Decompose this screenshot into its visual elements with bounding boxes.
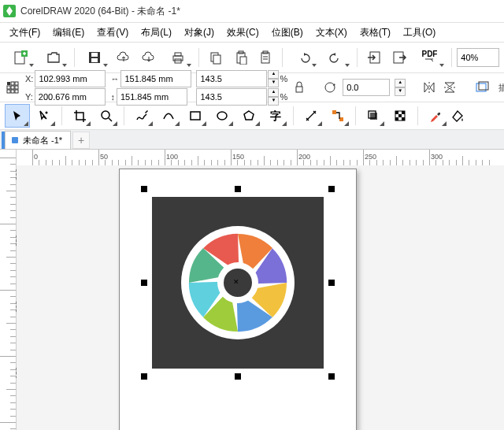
handle-tm[interactable]: [235, 186, 241, 192]
document-tabbar: 未命名 -1* +: [0, 130, 504, 150]
svg-rect-4: [91, 53, 98, 57]
publish-pdf-button[interactable]: PDF: [413, 46, 447, 69]
handle-bm[interactable]: [235, 373, 241, 380]
width-icon: ↔: [110, 74, 119, 83]
coreldraw-app-icon: [3, 5, 16, 17]
handle-br[interactable]: [328, 373, 335, 380]
save-button[interactable]: [80, 46, 111, 69]
menu-effect[interactable]: 效果(C): [220, 24, 265, 42]
object-x-input[interactable]: [35, 70, 106, 87]
svg-point-32: [102, 111, 109, 119]
svg-rect-45: [402, 117, 405, 120]
print-button[interactable]: [162, 46, 194, 69]
mirror-horizontal-button[interactable]: [421, 76, 437, 99]
object-origin-button[interactable]: [5, 76, 20, 99]
polygon-tool[interactable]: [236, 104, 261, 128]
pick-tool[interactable]: [5, 104, 30, 128]
handle-tr[interactable]: [328, 186, 335, 192]
bitmap-crop-button[interactable]: [473, 76, 491, 99]
selection-bounds[interactable]: ✕: [144, 189, 332, 376]
selection-center-marker[interactable]: ✕: [233, 278, 239, 286]
connector-tool[interactable]: [325, 104, 350, 128]
menu-table[interactable]: 表格(T): [354, 24, 397, 42]
drop-shadow-tool[interactable]: [361, 104, 386, 128]
freehand-tool[interactable]: [129, 104, 154, 128]
position-fields: X: Y:: [25, 70, 106, 106]
zoom-tool[interactable]: [94, 104, 119, 128]
lock-ratio-button[interactable]: [292, 76, 306, 99]
new-document-button[interactable]: [5, 46, 36, 69]
handle-bl[interactable]: [141, 373, 147, 380]
handle-ml[interactable]: [141, 280, 147, 286]
parallel-dimension-tool[interactable]: [298, 104, 324, 128]
scale-y-spinner[interactable]: ▲▼: [268, 88, 279, 106]
paste-button[interactable]: [229, 46, 253, 69]
copy-button[interactable]: [204, 46, 228, 69]
zoom-level-input[interactable]: 40%: [457, 48, 499, 67]
pct-label-2: %: [280, 92, 287, 102]
text-tool[interactable]: 字: [263, 104, 288, 128]
menu-layout[interactable]: 布局(L): [135, 24, 178, 42]
cloud-upload-button[interactable]: [112, 46, 135, 69]
svg-rect-19: [11, 82, 14, 85]
object-height-input[interactable]: [117, 88, 187, 106]
pct-label-1: %: [280, 74, 287, 83]
undo-button[interactable]: [287, 46, 319, 69]
flyout-icon: [24, 121, 28, 126]
menu-file[interactable]: 文件(F): [3, 24, 46, 42]
mirror-vertical-button[interactable]: [442, 76, 458, 99]
menu-text[interactable]: 文本(X): [309, 24, 354, 42]
x-label: X:: [25, 74, 33, 83]
svg-rect-21: [7, 86, 10, 89]
height-icon: ↕: [110, 92, 115, 102]
scale-y-input[interactable]: [196, 88, 267, 106]
object-width-input[interactable]: [120, 70, 191, 87]
artistic-media-tool[interactable]: [156, 104, 181, 128]
menu-view[interactable]: 查看(V): [91, 24, 135, 42]
menu-object[interactable]: 对象(J): [178, 24, 220, 42]
svg-rect-10: [213, 55, 220, 64]
svg-text:字: 字: [270, 109, 281, 122]
scale-x-spinner[interactable]: ▲▼: [268, 70, 279, 87]
add-tab-button[interactable]: +: [72, 132, 90, 149]
menubar: 文件(F) 编辑(E) 查看(V) 布局(L) 对象(J) 效果(C) 位图(B…: [0, 23, 504, 43]
object-y-input[interactable]: [35, 88, 106, 106]
fill-tool[interactable]: [450, 104, 467, 128]
svg-rect-26: [15, 90, 18, 93]
menu-bitmap[interactable]: 位图(B): [265, 24, 309, 42]
export-button[interactable]: [387, 46, 411, 69]
menu-edit[interactable]: 编辑(E): [46, 24, 91, 42]
open-button[interactable]: [38, 46, 69, 69]
scale-fields: ▲▼% ▲▼%: [196, 70, 287, 106]
trace-bitmap-label[interactable]: 描摹位图: [498, 82, 504, 94]
y-label: Y:: [25, 92, 33, 102]
svg-rect-13: [240, 57, 246, 65]
rotate-icon: [322, 76, 338, 99]
svg-rect-24: [7, 90, 10, 93]
horizontal-ruler[interactable]: 050100150200250300: [17, 150, 504, 166]
transparency-tool[interactable]: [387, 104, 413, 128]
window-title: CorelDRAW 2020 (64-Bit) - 未命名 -1*: [20, 5, 180, 18]
canvas-area[interactable]: ✕: [17, 165, 504, 430]
clipboard-button[interactable]: [254, 46, 278, 69]
handle-tl[interactable]: [141, 186, 147, 192]
svg-rect-37: [339, 117, 343, 121]
cloud-download-button[interactable]: [137, 46, 161, 69]
import-button[interactable]: [362, 46, 386, 69]
shape-tool[interactable]: [32, 104, 57, 128]
document-tab-active[interactable]: 未命名 -1*: [5, 131, 71, 149]
rotation-spinner[interactable]: ▲▼: [395, 79, 406, 96]
ellipse-tool[interactable]: [209, 104, 235, 128]
svg-rect-44: [395, 117, 398, 120]
vertical-ruler[interactable]: 300250200150100: [0, 150, 17, 430]
rotation-input[interactable]: [343, 79, 390, 96]
rectangle-tool[interactable]: [183, 104, 208, 128]
eyedropper-tool[interactable]: [423, 104, 448, 128]
svg-point-28: [325, 83, 335, 92]
scale-x-input[interactable]: [196, 70, 267, 87]
crop-tool[interactable]: [67, 104, 92, 128]
handle-mr[interactable]: [328, 280, 335, 286]
redo-button[interactable]: [321, 46, 352, 69]
menu-tool[interactable]: 工具(O): [397, 24, 442, 42]
svg-point-31: [46, 112, 48, 114]
